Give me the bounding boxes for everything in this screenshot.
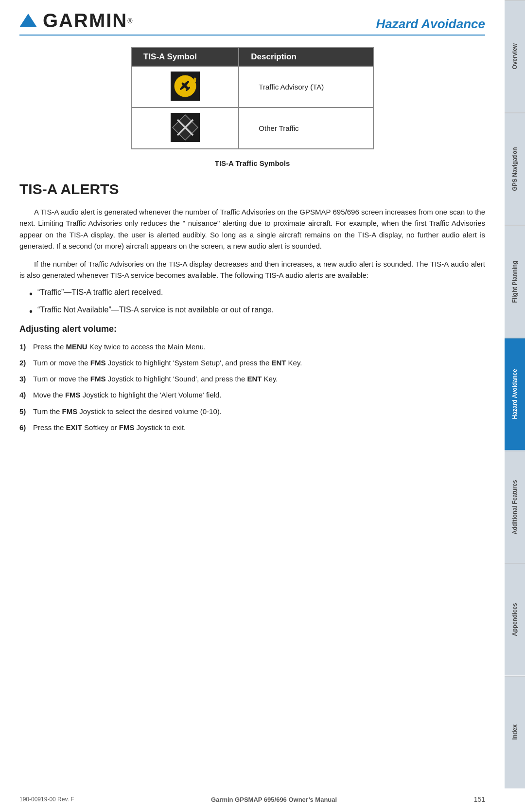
logo-text: GARMIN: [43, 10, 127, 32]
ta-description-cell: Traffic Advisory (TA): [239, 66, 373, 108]
tis-a-symbol-table: TIS-A Symbol Description: [131, 47, 374, 149]
table-row-ot: Other Traffic: [131, 108, 373, 149]
sidebar: Overview GPS Navigation Flight Planning …: [505, 0, 525, 788]
numbered-list: 1) Press the MENU Key twice to access th…: [19, 341, 485, 433]
step-6: 6) Press the EXIT Softkey or FMS Joystic…: [19, 422, 485, 433]
list-item-2: “Traffic Not Available”—TIS-A service is…: [29, 306, 485, 317]
page-title: Hazard Avoidance: [376, 17, 485, 32]
ot-symbol-icon: [171, 113, 200, 142]
footer-left: 190-00919-00 Rev. F: [19, 796, 74, 803]
sidebar-tab-hazard-avoidance[interactable]: Hazard Avoidance: [505, 338, 525, 450]
list-item-1: “Traffic”—TIS-A traffic alert received.: [29, 288, 485, 300]
main-content: GARMIN® Hazard Avoidance TIS-A Symbol De…: [0, 0, 505, 452]
table-row-ta: Traffic Advisory (TA): [131, 66, 373, 108]
sidebar-tab-gps-navigation[interactable]: GPS Navigation: [505, 112, 525, 225]
sidebar-tab-flight-planning[interactable]: Flight Planning: [505, 225, 525, 338]
table-col1-header: TIS-A Symbol: [131, 48, 239, 66]
sidebar-tab-overview[interactable]: Overview: [505, 0, 525, 112]
footer-center: Garmin GPSMAP 695/696 Owner’s Manual: [211, 796, 337, 803]
step-2: 2) Turn or move the FMS Joystick to high…: [19, 357, 485, 368]
sidebar-tab-appendices[interactable]: Appendices: [505, 563, 525, 675]
step-4: 4) Move the FMS Joystick to highlight th…: [19, 389, 485, 400]
sub-heading-adjusting: Adjusting alert volume:: [19, 324, 485, 334]
section-paragraph1: A TIS-A audio alert is generated wheneve…: [19, 206, 485, 252]
garmin-triangle-icon: [19, 14, 37, 27]
step-5: 5) Turn the FMS Joystick to select the d…: [19, 406, 485, 417]
sidebar-tab-index[interactable]: Index: [505, 676, 525, 788]
garmin-logo: GARMIN®: [19, 10, 133, 32]
table-col2-header: Description: [239, 48, 373, 66]
step-3: 3) Turn or move the FMS Joystick to high…: [19, 373, 485, 384]
page-footer: 190-00919-00 Rev. F Garmin GPSMAP 695/69…: [0, 795, 505, 803]
section-paragraph2: If the number of Traffic Advisories on t…: [19, 258, 485, 281]
step-1: 1) Press the MENU Key twice to access th…: [19, 341, 485, 352]
ta-symbol-cell: [131, 66, 239, 108]
sidebar-tab-additional-features[interactable]: Additional Features: [505, 451, 525, 563]
footer-page: 151: [474, 795, 485, 803]
table-caption: TIS-A Traffic Symbols: [19, 159, 485, 167]
ta-symbol-icon: [171, 72, 200, 101]
page-header: GARMIN® Hazard Avoidance: [19, 10, 485, 36]
logo-reg: ®: [127, 17, 132, 25]
ot-description-cell: Other Traffic: [239, 108, 373, 149]
ot-symbol-cell: [131, 108, 239, 149]
bullet-list: “Traffic”—TIS-A traffic alert received. …: [29, 288, 485, 317]
section-heading: TIS-A ALERTS: [19, 181, 485, 198]
